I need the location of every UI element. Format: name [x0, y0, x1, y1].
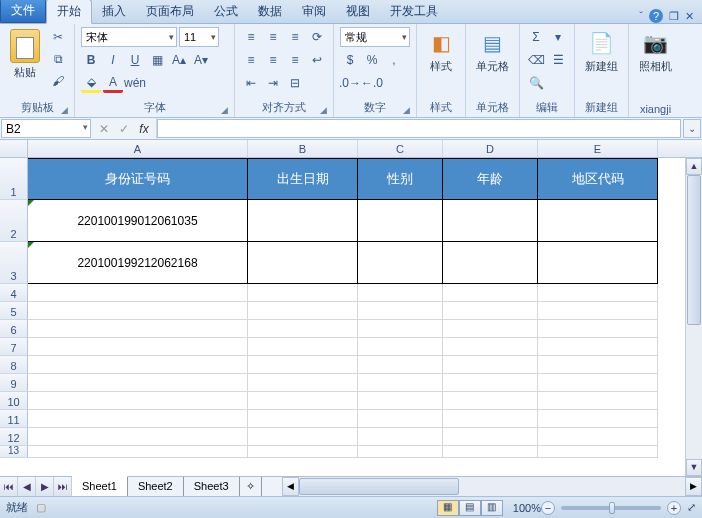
shrink-font-button[interactable]: A▾	[191, 50, 211, 70]
cell-A6[interactable]	[28, 320, 248, 338]
row-header-4[interactable]: 4	[0, 284, 28, 302]
new-sheet-button[interactable]: ✧	[240, 477, 262, 496]
cell-A5[interactable]	[28, 302, 248, 320]
tab-review[interactable]: 审阅	[292, 0, 336, 23]
col-header-B[interactable]: B	[248, 140, 358, 157]
cell-E5[interactable]	[538, 302, 658, 320]
select-all-corner[interactable]	[0, 140, 28, 157]
minimize-ribbon-icon[interactable]: ˇ	[639, 10, 643, 22]
cell-B4[interactable]	[248, 284, 358, 302]
row-header-1[interactable]: 1	[0, 158, 28, 200]
cell-A12[interactable]	[28, 428, 248, 446]
cell-B8[interactable]	[248, 356, 358, 374]
align-left-button[interactable]: ≡	[241, 50, 261, 70]
scroll-down-button[interactable]: ▼	[686, 459, 702, 476]
camera-button[interactable]: 📷 照相机	[635, 27, 676, 76]
tab-home[interactable]: 开始	[46, 0, 92, 24]
name-box[interactable]: B2▾	[1, 119, 91, 138]
fill-color-button[interactable]: ⬙	[81, 73, 101, 93]
decrease-indent-button[interactable]: ⇤	[241, 73, 261, 93]
number-format-combo[interactable]: 常规	[340, 27, 410, 47]
cell-B2[interactable]	[248, 200, 358, 242]
cell-C6[interactable]	[358, 320, 443, 338]
insert-function-button[interactable]: fx	[136, 122, 152, 136]
row-header-8[interactable]: 8	[0, 356, 28, 374]
font-color-button[interactable]: A	[103, 73, 123, 93]
align-top-button[interactable]: ≡	[241, 27, 261, 47]
cell-A9[interactable]	[28, 374, 248, 392]
cell-C9[interactable]	[358, 374, 443, 392]
cell-E9[interactable]	[538, 374, 658, 392]
font-launcher-icon[interactable]: ◢	[221, 105, 228, 115]
cell-C8[interactable]	[358, 356, 443, 374]
cell-B13[interactable]	[248, 446, 358, 458]
fill-button[interactable]: ▾	[548, 27, 568, 47]
zoom-slider[interactable]	[561, 506, 661, 510]
cell-D6[interactable]	[443, 320, 538, 338]
number-launcher-icon[interactable]: ◢	[403, 105, 410, 115]
format-painter-button[interactable]: 🖌	[48, 71, 68, 91]
cell-E8[interactable]	[538, 356, 658, 374]
font-name-combo[interactable]: 宋体	[81, 27, 177, 47]
vertical-scrollbar[interactable]: ▲ ▼	[685, 158, 702, 476]
cell-A2[interactable]: 220100199012061035	[28, 200, 248, 242]
copy-button[interactable]: ⧉	[48, 49, 68, 69]
cancel-formula-icon[interactable]: ✕	[96, 122, 112, 136]
bold-button[interactable]: B	[81, 50, 101, 70]
font-size-combo[interactable]: 11	[179, 27, 219, 47]
scroll-left-button[interactable]: ◀	[282, 477, 299, 496]
wrap-text-button[interactable]: ↩	[307, 50, 327, 70]
cell-C10[interactable]	[358, 392, 443, 410]
styles-button[interactable]: ◧ 样式	[423, 27, 459, 76]
cell-D11[interactable]	[443, 410, 538, 428]
cell-B3[interactable]	[248, 242, 358, 284]
cell-A8[interactable]	[28, 356, 248, 374]
cell-A7[interactable]	[28, 338, 248, 356]
sheet-tab-3[interactable]: Sheet3	[184, 477, 240, 496]
clear-button[interactable]: ⌫	[526, 50, 546, 70]
name-box-dropdown-icon[interactable]: ▾	[83, 122, 88, 132]
cell-D8[interactable]	[443, 356, 538, 374]
cell-D9[interactable]	[443, 374, 538, 392]
cell-D1[interactable]: 年龄	[443, 158, 538, 200]
comma-format-button[interactable]: ,	[384, 50, 404, 70]
tab-page-layout[interactable]: 页面布局	[136, 0, 204, 23]
cell-E13[interactable]	[538, 446, 658, 458]
cell-A4[interactable]	[28, 284, 248, 302]
fullscreen-button[interactable]: ⤢	[687, 501, 696, 514]
align-middle-button[interactable]: ≡	[263, 27, 283, 47]
new-group-button[interactable]: 📄 新建组	[581, 27, 622, 76]
cells-button[interactable]: ▤ 单元格	[472, 27, 513, 76]
cell-E4[interactable]	[538, 284, 658, 302]
cell-A10[interactable]	[28, 392, 248, 410]
row-header-6[interactable]: 6	[0, 320, 28, 338]
cell-D4[interactable]	[443, 284, 538, 302]
cell-D2[interactable]	[443, 200, 538, 242]
hscroll-thumb[interactable]	[299, 478, 459, 495]
scroll-up-button[interactable]: ▲	[686, 158, 702, 175]
help-icon[interactable]: ?	[649, 9, 663, 23]
zoom-level[interactable]: 100%	[513, 502, 541, 514]
cell-B11[interactable]	[248, 410, 358, 428]
cell-C11[interactable]	[358, 410, 443, 428]
clipboard-launcher-icon[interactable]: ◢	[61, 105, 68, 115]
zoom-slider-handle[interactable]	[609, 502, 615, 514]
cell-C4[interactable]	[358, 284, 443, 302]
cell-A11[interactable]	[28, 410, 248, 428]
find-select-button[interactable]: 🔍	[526, 73, 546, 93]
formula-input[interactable]	[157, 119, 681, 138]
merge-center-button[interactable]: ⊟	[285, 73, 305, 93]
cell-D12[interactable]	[443, 428, 538, 446]
cell-A1[interactable]: 身份证号码	[28, 158, 248, 200]
cell-C1[interactable]: 性别	[358, 158, 443, 200]
cut-button[interactable]: ✂	[48, 27, 68, 47]
increase-indent-button[interactable]: ⇥	[263, 73, 283, 93]
row-header-12[interactable]: 12	[0, 428, 28, 446]
align-right-button[interactable]: ≡	[285, 50, 305, 70]
next-sheet-button[interactable]: ▶	[36, 477, 54, 496]
enter-formula-icon[interactable]: ✓	[116, 122, 132, 136]
page-break-view-button[interactable]: ▥	[481, 500, 503, 516]
accounting-format-button[interactable]: $	[340, 50, 360, 70]
cell-B6[interactable]	[248, 320, 358, 338]
row-header-2[interactable]: 2	[0, 200, 28, 242]
